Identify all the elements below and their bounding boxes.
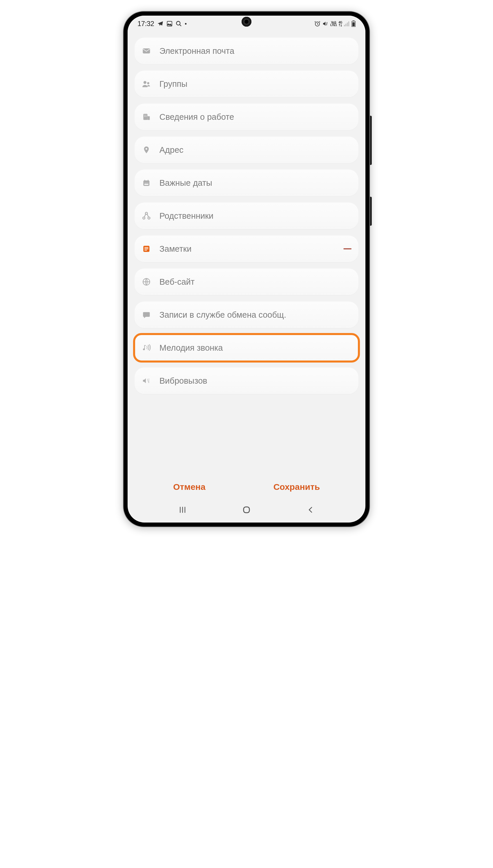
field-label: Адрес xyxy=(159,145,184,155)
status-bar-right: Vo)) LTE1 4G xyxy=(314,21,356,27)
phone-side-button xyxy=(369,116,372,165)
svg-rect-9 xyxy=(352,22,355,26)
svg-point-24 xyxy=(148,183,148,183)
field-email[interactable]: Электронная почта xyxy=(134,38,359,64)
save-button[interactable]: Сохранить xyxy=(273,482,320,492)
mute-icon xyxy=(322,21,329,27)
svg-point-23 xyxy=(146,183,147,183)
svg-point-30 xyxy=(143,348,145,350)
field-messaging[interactable]: Записи в службе обмена сообщ. xyxy=(134,302,359,328)
svg-point-12 xyxy=(147,82,150,85)
field-label: Важные даты xyxy=(159,178,212,188)
field-label: Вибровызов xyxy=(159,376,207,386)
field-groups[interactable]: Группы xyxy=(134,71,359,97)
field-work-info[interactable]: Сведения о работе xyxy=(134,104,359,130)
calendar-icon xyxy=(142,178,151,188)
status-bar-left: 17:32 • xyxy=(137,20,187,28)
field-vibration[interactable]: Вибровызов xyxy=(134,367,359,394)
nav-recents-button[interactable] xyxy=(177,504,188,516)
svg-rect-13 xyxy=(144,114,148,120)
field-label: Записи в службе обмена сообщ. xyxy=(159,310,286,320)
nav-home-button[interactable] xyxy=(241,504,252,516)
status-time: 17:32 xyxy=(137,20,154,28)
svg-rect-6 xyxy=(348,21,349,26)
android-nav-bar xyxy=(128,500,365,523)
field-label: Группы xyxy=(159,79,188,89)
field-address[interactable]: Адрес xyxy=(134,136,359,163)
vibration-icon xyxy=(142,376,151,386)
network-4g-indicator: 4G xyxy=(339,21,342,27)
telegram-icon xyxy=(157,21,164,27)
screen: 17:32 • xyxy=(128,16,365,523)
alarm-icon xyxy=(314,21,321,27)
search-icon xyxy=(176,21,182,27)
globe-icon xyxy=(142,277,151,287)
chat-icon xyxy=(142,310,151,320)
field-notes[interactable]: Заметки xyxy=(134,236,359,262)
svg-rect-5 xyxy=(347,23,348,26)
svg-rect-4 xyxy=(345,24,346,26)
nav-back-button[interactable] xyxy=(305,504,316,516)
camera-notch xyxy=(241,17,252,27)
building-icon xyxy=(142,112,151,122)
field-important-dates[interactable]: Важные даты xyxy=(134,170,359,196)
groups-icon xyxy=(142,79,151,89)
gallery-icon xyxy=(166,21,173,27)
ringtone-icon xyxy=(142,343,151,353)
svg-point-11 xyxy=(144,81,146,84)
field-ringtone[interactable]: Мелодия звонка xyxy=(134,334,359,361)
location-pin-icon xyxy=(142,145,151,155)
signal-icon xyxy=(344,21,350,26)
bottom-action-bar: Отмена Сохранить xyxy=(128,471,365,500)
svg-rect-17 xyxy=(144,116,145,117)
field-label: Заметки xyxy=(159,244,192,254)
more-dot-icon: • xyxy=(185,21,187,27)
svg-rect-18 xyxy=(146,116,146,117)
svg-rect-14 xyxy=(148,116,150,120)
svg-rect-3 xyxy=(344,25,345,26)
volte-indicator: Vo)) LTE1 xyxy=(330,21,337,26)
notes-icon xyxy=(142,244,151,254)
svg-point-22 xyxy=(145,183,145,183)
svg-point-1 xyxy=(176,21,180,25)
email-icon xyxy=(142,46,151,56)
phone-side-button xyxy=(369,197,372,226)
svg-rect-15 xyxy=(144,115,145,115)
battery-icon xyxy=(351,21,356,27)
contact-fields-list[interactable]: Электронная почта Группы Сведения о рабо… xyxy=(128,32,365,471)
svg-rect-31 xyxy=(243,507,250,513)
field-label: Мелодия звонка xyxy=(159,343,223,353)
svg-point-19 xyxy=(146,148,147,150)
field-label: Веб-сайт xyxy=(159,277,195,287)
field-label: Электронная почта xyxy=(159,46,234,56)
relatives-icon xyxy=(142,211,151,221)
phone-frame: 17:32 • xyxy=(124,12,369,526)
field-label: Сведения о работе xyxy=(159,112,234,122)
svg-rect-10 xyxy=(143,48,150,53)
field-label: Родственники xyxy=(159,211,214,221)
phone-mockup-wrapper: 17:32 • xyxy=(124,12,369,526)
cancel-button[interactable]: Отмена xyxy=(173,482,206,492)
svg-rect-16 xyxy=(146,115,146,115)
remove-field-button[interactable] xyxy=(343,248,351,249)
field-website[interactable]: Веб-сайт xyxy=(134,268,359,295)
field-relatives[interactable]: Родственники xyxy=(134,202,359,229)
